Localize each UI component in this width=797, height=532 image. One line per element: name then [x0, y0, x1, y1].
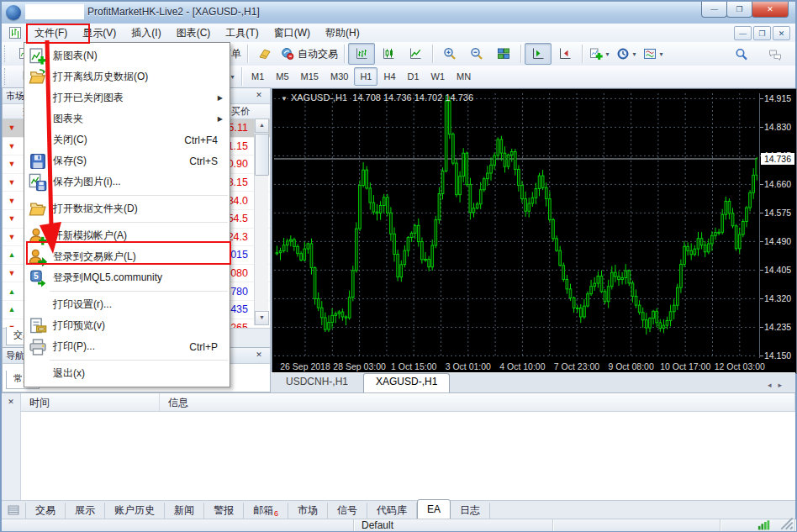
line-chart-button[interactable] — [402, 43, 429, 65]
price-down-icon: ▼ — [3, 233, 21, 241]
scroll-down-icon[interactable]: ▼ — [255, 311, 269, 325]
menubar-item-3[interactable]: 插入(I) — [124, 24, 168, 42]
tile-windows-button[interactable] — [490, 43, 517, 65]
search-button[interactable] — [728, 44, 755, 66]
submenu-arrow-icon: ▶ — [218, 94, 223, 102]
price-tick — [760, 356, 763, 356]
mail-count-badge: 6 — [274, 509, 278, 518]
zoom-in-button[interactable] — [436, 43, 463, 65]
menu-separator — [50, 222, 228, 223]
candlestick-chart[interactable] — [274, 93, 757, 358]
chart-ohlc-header: ▼XAGUSD-,H1 14.708 14.736 14.702 14.736 — [281, 92, 473, 103]
app-logo-icon — [6, 5, 21, 20]
chart-tab-usdcnh-h1[interactable]: USDCNH-,H1 — [274, 374, 360, 392]
toolbar-grip-handle[interactable] — [4, 45, 8, 62]
templates-button[interactable]: ▾ — [640, 43, 667, 65]
chart-window: ▼XAGUSD-,H1 14.708 14.736 14.702 14.736 … — [272, 88, 797, 374]
chevron-down-icon[interactable]: ▾ — [230, 73, 234, 81]
terminal-tab-账户历史[interactable]: 账户历史 — [105, 503, 165, 519]
chart-tab-xagusd-h1[interactable]: XAGUSD-,H1 — [363, 373, 450, 392]
terminal-tab-日志[interactable]: 日志 — [451, 503, 490, 519]
auto-scroll-button[interactable] — [552, 43, 578, 65]
menubar-item-4[interactable]: 图表(C) — [169, 24, 219, 42]
menu-separator — [50, 195, 228, 196]
chart-shift-icon — [531, 47, 545, 61]
price-tick-label: 14.575 — [764, 208, 791, 218]
price-tick — [760, 184, 763, 185]
file-menu-item[interactable]: 打印预览(v) — [24, 315, 230, 336]
timeframe-m15[interactable]: M15 — [295, 67, 325, 86]
maximize-button[interactable]: ❐ — [726, 2, 752, 18]
timeframe-w1[interactable]: W1 — [425, 67, 451, 86]
file-menu-item[interactable]: 打印设置(r)... — [24, 294, 230, 315]
price-tick-label: 14.235 — [764, 322, 791, 332]
minimize-button[interactable]: — — [701, 2, 727, 18]
scroll-up-icon[interactable]: ▲ — [255, 119, 269, 133]
child-minimize-button[interactable]: — — [734, 26, 752, 40]
news-button[interactable] — [251, 43, 278, 65]
chart-tab-scroll-arrows[interactable]: ◂▸ — [768, 381, 789, 389]
column-time[interactable]: 时间 — [21, 393, 160, 411]
chevron-down-icon[interactable]: ▾ — [632, 50, 636, 58]
terminal-tab-新闻[interactable]: 新闻 — [165, 503, 204, 519]
column-message[interactable]: 信息 — [160, 393, 795, 411]
connection-status: Default — [354, 519, 553, 531]
chart-shift-button[interactable] — [525, 43, 552, 65]
child-restore-button[interactable]: ❐ — [753, 26, 771, 40]
status-bar: Default — [2, 519, 795, 531]
printer-icon — [29, 338, 47, 356]
autotrade-button[interactable]: 自动交易 — [278, 43, 340, 65]
menubar-item-5[interactable]: 工具(T) — [218, 24, 266, 42]
file-menu-item[interactable]: 打印(P)...Ctrl+P — [24, 336, 230, 357]
connection-bars-icon — [757, 519, 771, 532]
chat-button[interactable] — [762, 44, 789, 66]
file-menu-item[interactable]: 退出(x) — [24, 363, 230, 384]
timeframe-d1[interactable]: D1 — [402, 67, 425, 86]
resize-grip[interactable] — [780, 517, 794, 530]
terminal-tab-ea[interactable]: EA — [417, 499, 451, 519]
terminal-tab-代码库[interactable]: 代码库 — [367, 503, 417, 519]
chart-collapse-icon[interactable]: ▼ — [281, 95, 288, 103]
application-window: ProfitMarketHK-Live2 - [XAGUSD-,H1] — ❐ … — [0, 0, 797, 532]
scrollbar-thumb[interactable] — [255, 134, 269, 176]
navigator-close-icon[interactable]: ✕ — [253, 350, 265, 361]
periods-icon — [616, 47, 630, 61]
market-watch-close-icon[interactable]: ✕ — [253, 90, 265, 101]
timeframe-m30[interactable]: M30 — [325, 67, 354, 86]
menubar-item-7[interactable]: 帮助(H) — [318, 24, 367, 42]
indicators-button[interactable]: ▾ — [586, 43, 613, 65]
timeframe-m1[interactable]: M1 — [245, 67, 270, 86]
terminal-strip: ✕ — [2, 393, 21, 501]
terminal-close-icon[interactable]: ✕ — [5, 397, 17, 408]
timeframe-mn[interactable]: MN — [451, 67, 477, 86]
price-scale: 14.91514.83014.74514.66014.57514.49014.4… — [759, 93, 795, 358]
toolbar-separator — [247, 45, 248, 63]
terminal-tab-警报[interactable]: 警报 — [204, 503, 244, 519]
templates-icon — [643, 47, 657, 61]
terminal-tab-信号[interactable]: 信号 — [328, 503, 367, 519]
timeframe-m5[interactable]: M5 — [270, 67, 294, 86]
candlestick-button[interactable] — [375, 43, 402, 65]
periods-button[interactable]: ▾ — [613, 43, 640, 65]
toolbar-grip-handle[interactable] — [4, 68, 8, 85]
terminal-tab-交易[interactable]: 交易 — [25, 503, 66, 519]
chevron-down-icon[interactable]: ▾ — [605, 50, 609, 58]
terminal-tab-邮箱[interactable]: 邮箱6 — [244, 503, 288, 519]
chevron-down-icon[interactable]: ▾ — [659, 50, 662, 58]
price-down-icon: ▼ — [3, 197, 21, 205]
terminal-tab-展示[interactable]: 展示 — [66, 503, 105, 519]
market-watch-scrollbar[interactable]: ▲ ▼ — [254, 119, 268, 325]
file-menu-item[interactable]: 5登录到MQL5.community — [24, 267, 230, 288]
timeframe-h4[interactable]: H4 — [377, 67, 401, 86]
terminal-tab-市场[interactable]: 市场 — [288, 503, 328, 519]
file-menu-item-label: 打印设置(r)... — [53, 298, 112, 312]
bar-chart-button[interactable] — [348, 43, 375, 65]
close-button[interactable]: ✕ — [752, 2, 789, 18]
price-tick — [760, 127, 763, 128]
timeframe-h1[interactable]: H1 — [354, 67, 377, 86]
price-tick-label: 14.915 — [764, 93, 791, 103]
menubar-item-6[interactable]: 窗口(W) — [267, 24, 318, 42]
zoom-out-button[interactable] — [463, 43, 490, 65]
child-close-button[interactable]: ✕ — [773, 26, 790, 40]
price-down-icon: ▼ — [3, 160, 21, 168]
